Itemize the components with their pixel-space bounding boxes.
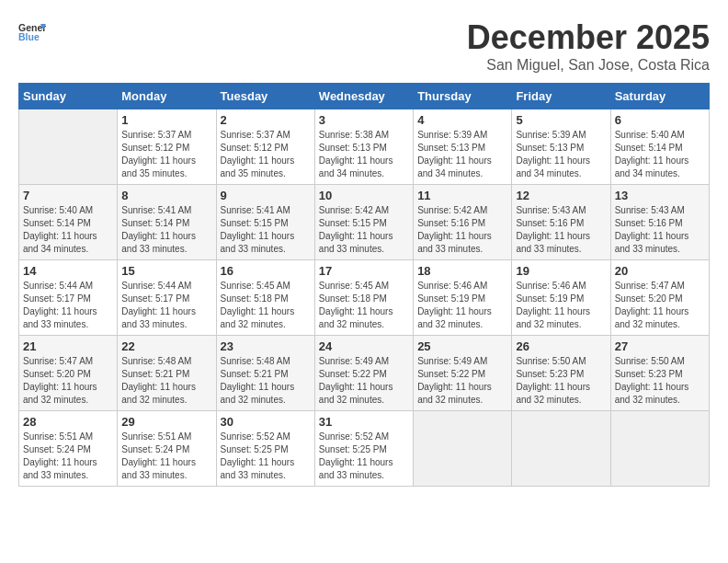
week-row-4: 21Sunrise: 5:47 AMSunset: 5:20 PMDayligh… — [19, 336, 710, 411]
calendar-cell: 24Sunrise: 5:49 AMSunset: 5:22 PMDayligh… — [314, 336, 413, 411]
calendar-cell: 20Sunrise: 5:47 AMSunset: 5:20 PMDayligh… — [610, 260, 709, 336]
header-cell-thursday: Thursday — [414, 84, 512, 109]
day-number: 16 — [221, 264, 311, 278]
week-row-3: 14Sunrise: 5:44 AMSunset: 5:17 PMDayligh… — [19, 260, 710, 336]
day-number: 3 — [319, 113, 409, 127]
calendar-cell: 18Sunrise: 5:46 AMSunset: 5:19 PMDayligh… — [414, 260, 512, 336]
day-info: Sunrise: 5:52 AMSunset: 5:25 PMDaylight:… — [221, 431, 311, 482]
day-number: 8 — [121, 189, 211, 202]
calendar-cell: 22Sunrise: 5:48 AMSunset: 5:21 PMDayligh… — [118, 336, 216, 411]
calendar-cell — [414, 411, 512, 487]
day-info: Sunrise: 5:40 AMSunset: 5:14 PMDaylight:… — [615, 129, 705, 180]
week-row-2: 7Sunrise: 5:40 AMSunset: 5:14 PMDaylight… — [19, 185, 710, 260]
calendar-cell: 11Sunrise: 5:42 AMSunset: 5:16 PMDayligh… — [414, 185, 512, 260]
day-info: Sunrise: 5:45 AMSunset: 5:18 PMDaylight:… — [319, 280, 409, 331]
day-number: 14 — [23, 264, 113, 278]
day-info: Sunrise: 5:46 AMSunset: 5:19 PMDaylight:… — [417, 280, 507, 331]
calendar-cell: 15Sunrise: 5:44 AMSunset: 5:17 PMDayligh… — [118, 260, 216, 336]
calendar-cell: 14Sunrise: 5:44 AMSunset: 5:17 PMDayligh… — [19, 260, 118, 336]
day-number: 17 — [319, 264, 409, 278]
calendar-cell: 16Sunrise: 5:45 AMSunset: 5:18 PMDayligh… — [216, 260, 314, 336]
calendar-cell: 21Sunrise: 5:47 AMSunset: 5:20 PMDayligh… — [19, 336, 118, 411]
day-number: 11 — [417, 189, 507, 202]
calendar-cell: 25Sunrise: 5:49 AMSunset: 5:22 PMDayligh… — [414, 336, 512, 411]
day-number: 4 — [417, 113, 507, 127]
day-number: 28 — [23, 415, 113, 429]
header-row: SundayMondayTuesdayWednesdayThursdayFrid… — [19, 84, 710, 109]
day-number: 6 — [615, 113, 705, 127]
day-info: Sunrise: 5:39 AMSunset: 5:13 PMDaylight:… — [516, 129, 606, 180]
day-info: Sunrise: 5:37 AMSunset: 5:12 PMDaylight:… — [121, 129, 211, 180]
day-info: Sunrise: 5:42 AMSunset: 5:15 PMDaylight:… — [319, 204, 409, 256]
day-number: 20 — [615, 264, 705, 278]
calendar-cell: 23Sunrise: 5:48 AMSunset: 5:21 PMDayligh… — [216, 336, 314, 411]
day-info: Sunrise: 5:41 AMSunset: 5:14 PMDaylight:… — [121, 204, 211, 256]
day-number: 2 — [221, 113, 311, 127]
day-number: 21 — [23, 339, 113, 353]
calendar-cell: 3Sunrise: 5:38 AMSunset: 5:13 PMDaylight… — [314, 109, 413, 185]
day-info: Sunrise: 5:44 AMSunset: 5:17 PMDaylight:… — [121, 280, 211, 331]
day-info: Sunrise: 5:48 AMSunset: 5:21 PMDaylight:… — [121, 355, 211, 407]
day-number: 13 — [615, 189, 705, 202]
day-number: 27 — [615, 339, 705, 353]
day-info: Sunrise: 5:38 AMSunset: 5:13 PMDaylight:… — [319, 129, 409, 180]
day-info: Sunrise: 5:51 AMSunset: 5:24 PMDaylight:… — [121, 431, 211, 482]
calendar-cell: 31Sunrise: 5:52 AMSunset: 5:25 PMDayligh… — [314, 411, 413, 487]
day-number: 25 — [417, 339, 507, 353]
day-number: 5 — [516, 113, 606, 127]
calendar-table: SundayMondayTuesdayWednesdayThursdayFrid… — [18, 83, 710, 487]
calendar-cell: 1Sunrise: 5:37 AMSunset: 5:12 PMDaylight… — [118, 109, 216, 185]
day-info: Sunrise: 5:48 AMSunset: 5:21 PMDaylight:… — [221, 355, 311, 407]
calendar-cell — [512, 411, 610, 487]
day-info: Sunrise: 5:50 AMSunset: 5:23 PMDaylight:… — [615, 355, 705, 407]
week-row-1: 1Sunrise: 5:37 AMSunset: 5:12 PMDaylight… — [19, 109, 710, 185]
page-header: General Blue December 2025 San Miguel, S… — [18, 18, 710, 74]
day-info: Sunrise: 5:44 AMSunset: 5:17 PMDaylight:… — [23, 280, 113, 331]
day-number: 30 — [221, 415, 311, 429]
calendar-cell: 28Sunrise: 5:51 AMSunset: 5:24 PMDayligh… — [19, 411, 118, 487]
calendar-cell: 26Sunrise: 5:50 AMSunset: 5:23 PMDayligh… — [512, 336, 610, 411]
day-number: 31 — [319, 415, 409, 429]
day-info: Sunrise: 5:40 AMSunset: 5:14 PMDaylight:… — [23, 204, 113, 256]
day-info: Sunrise: 5:51 AMSunset: 5:24 PMDaylight:… — [23, 431, 113, 482]
calendar-cell: 30Sunrise: 5:52 AMSunset: 5:25 PMDayligh… — [216, 411, 314, 487]
day-info: Sunrise: 5:42 AMSunset: 5:16 PMDaylight:… — [417, 204, 507, 256]
day-info: Sunrise: 5:49 AMSunset: 5:22 PMDaylight:… — [417, 355, 507, 407]
day-number: 7 — [23, 189, 113, 202]
header-cell-saturday: Saturday — [610, 84, 709, 109]
svg-text:Blue: Blue — [18, 31, 40, 42]
day-info: Sunrise: 5:52 AMSunset: 5:25 PMDaylight:… — [319, 431, 409, 482]
title-area: December 2025 San Miguel, San Jose, Cost… — [467, 18, 710, 74]
day-number: 9 — [221, 189, 311, 202]
calendar-cell — [610, 411, 709, 487]
calendar-cell: 5Sunrise: 5:39 AMSunset: 5:13 PMDaylight… — [512, 109, 610, 185]
calendar-header: SundayMondayTuesdayWednesdayThursdayFrid… — [19, 84, 710, 109]
logo: General Blue — [18, 18, 46, 46]
day-number: 22 — [121, 339, 211, 353]
header-cell-friday: Friday — [512, 84, 610, 109]
calendar-cell — [19, 109, 118, 185]
calendar-cell: 7Sunrise: 5:40 AMSunset: 5:14 PMDaylight… — [19, 185, 118, 260]
location-title: San Miguel, San Jose, Costa Rica — [467, 57, 710, 74]
day-info: Sunrise: 5:46 AMSunset: 5:19 PMDaylight:… — [516, 280, 606, 331]
header-cell-tuesday: Tuesday — [216, 84, 314, 109]
month-title: December 2025 — [467, 18, 710, 57]
day-number: 10 — [319, 189, 409, 202]
header-cell-monday: Monday — [118, 84, 216, 109]
calendar-cell: 27Sunrise: 5:50 AMSunset: 5:23 PMDayligh… — [610, 336, 709, 411]
week-row-5: 28Sunrise: 5:51 AMSunset: 5:24 PMDayligh… — [19, 411, 710, 487]
day-info: Sunrise: 5:45 AMSunset: 5:18 PMDaylight:… — [221, 280, 311, 331]
day-info: Sunrise: 5:50 AMSunset: 5:23 PMDaylight:… — [516, 355, 606, 407]
day-number: 15 — [121, 264, 211, 278]
calendar-cell: 8Sunrise: 5:41 AMSunset: 5:14 PMDaylight… — [118, 185, 216, 260]
logo-icon: General Blue — [18, 18, 46, 46]
day-number: 12 — [516, 189, 606, 202]
day-info: Sunrise: 5:43 AMSunset: 5:16 PMDaylight:… — [516, 204, 606, 256]
day-info: Sunrise: 5:47 AMSunset: 5:20 PMDaylight:… — [23, 355, 113, 407]
day-info: Sunrise: 5:47 AMSunset: 5:20 PMDaylight:… — [615, 280, 705, 331]
calendar-cell: 17Sunrise: 5:45 AMSunset: 5:18 PMDayligh… — [314, 260, 413, 336]
calendar-cell: 13Sunrise: 5:43 AMSunset: 5:16 PMDayligh… — [610, 185, 709, 260]
day-info: Sunrise: 5:39 AMSunset: 5:13 PMDaylight:… — [417, 129, 507, 180]
calendar-cell: 29Sunrise: 5:51 AMSunset: 5:24 PMDayligh… — [118, 411, 216, 487]
calendar-cell: 6Sunrise: 5:40 AMSunset: 5:14 PMDaylight… — [610, 109, 709, 185]
